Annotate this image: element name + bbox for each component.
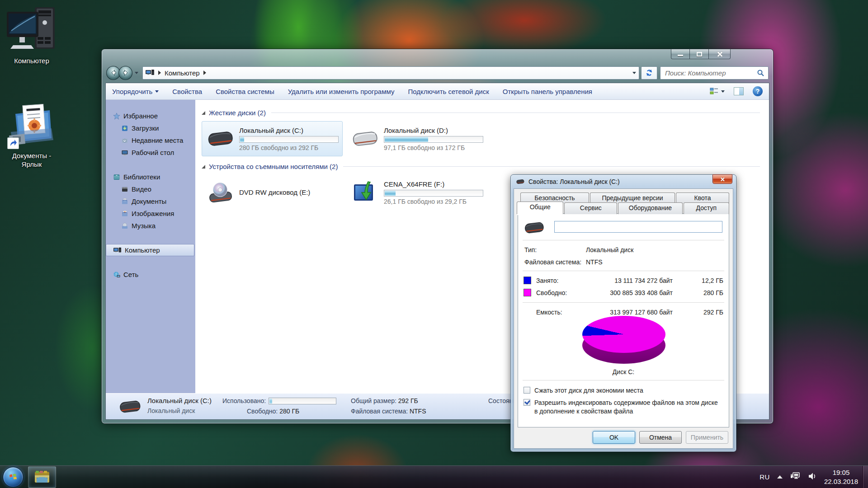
breadcrumb-separator-icon (158, 70, 161, 75)
capacity-label: Емкость: (536, 309, 562, 316)
compress-disk-checkbox[interactable]: Сжать этот диск для экономии места (524, 386, 722, 395)
pie-label: Диск C: (518, 368, 729, 375)
toolbar-properties[interactable]: Свойства (172, 88, 202, 95)
sidebar-item-downloads[interactable]: Загрузки (106, 122, 195, 134)
language-indicator[interactable]: RU (760, 473, 770, 481)
chevron-down-icon (155, 90, 159, 93)
hdd-silver-icon (350, 129, 380, 149)
details-used-label: Использовано: (222, 397, 266, 404)
forward-button[interactable] (118, 66, 132, 80)
documents-icon (121, 198, 128, 205)
details-usage-bar (269, 398, 336, 404)
sidebar-item-pictures[interactable]: Изображения (106, 207, 195, 220)
dialog-title-bar[interactable]: Свойства: Локальный диск (C:) (514, 175, 733, 188)
drive-tile-c[interactable]: Локальный диск (C:) 280 ГБ свободно из 2… (202, 121, 343, 156)
maximize-button[interactable] (690, 49, 709, 59)
show-desktop-button[interactable] (863, 466, 868, 488)
details-free-label: Свободно: (247, 408, 278, 415)
details-drive-name: Локальный диск (C:) (147, 397, 212, 404)
command-bar: Упорядочить Свойства Свойства системы Уд… (106, 83, 769, 100)
disk-usage-pie-chart (580, 316, 667, 366)
drive-tile-f[interactable]: CENA_X64FRE (F:) 26,1 ГБ свободно из 29,… (346, 175, 487, 210)
sidebar-item-network[interactable]: Сеть (106, 268, 195, 281)
sidebar-item-videos[interactable]: Видео (106, 183, 195, 195)
preview-pane-button[interactable] (734, 87, 744, 95)
tab-hardware[interactable]: Оборудование (618, 202, 682, 214)
ok-button[interactable]: OK (593, 431, 635, 444)
tab-quota[interactable]: Квота (676, 192, 729, 203)
volume-label-input[interactable] (554, 221, 722, 233)
tab-general[interactable]: Общие (517, 202, 563, 214)
forward-arrow-icon (122, 69, 130, 77)
hdd-dark-icon (118, 398, 142, 417)
chevron-down-icon (135, 72, 138, 74)
sidebar-item-music[interactable]: Музыка (106, 220, 195, 232)
computer-icon (2, 6, 61, 55)
tab-tools[interactable]: Сервис (564, 202, 617, 214)
drive-name: CENA_X64FRE (F:) (384, 180, 483, 188)
search-box[interactable] (660, 66, 769, 80)
taskbar-explorer-button[interactable] (28, 466, 56, 488)
minimize-button[interactable] (671, 49, 690, 59)
sidebar-item-recent-places[interactable]: Недавние места (106, 134, 195, 146)
taskbar: RU 19:05 22.03.2018 (0, 465, 868, 488)
drive-free-space: 97,1 ГБ свободно из 172 ГБ (384, 144, 483, 151)
minimize-icon (678, 55, 683, 56)
dvd-drive-icon (206, 181, 236, 204)
documents-shortcut-icon (2, 100, 61, 150)
dialog-close-button[interactable] (712, 174, 732, 184)
toolbar-open-control-panel[interactable]: Открыть панель управления (503, 88, 592, 95)
sidebar-item-libraries[interactable]: Библиотеки (106, 171, 195, 183)
allow-indexing-checkbox[interactable]: Разрешить индексировать содержимое файло… (524, 399, 722, 416)
sidebar-item-favorites[interactable]: Избранное (106, 110, 195, 122)
collapse-triangle-icon (202, 111, 205, 115)
drive-free-space: 280 ГБ свободно из 292 ГБ (239, 144, 339, 151)
apply-button[interactable]: Применить (686, 431, 728, 444)
views-button[interactable] (710, 87, 725, 95)
breadcrumb-computer[interactable]: Компьютер (165, 69, 200, 77)
sidebar-item-desktop[interactable]: Рабочий стол (106, 146, 195, 159)
chevron-down-icon (721, 90, 725, 93)
used-label: Занято: (536, 277, 559, 284)
recent-pages-dropdown[interactable] (133, 68, 140, 77)
windows-logo-icon (6, 470, 20, 484)
sidebar-item-documents[interactable]: Документы (106, 195, 195, 207)
drive-usage-bar (239, 136, 339, 143)
group-header-removable[interactable]: Устройства со съемными носителями (2) (202, 163, 764, 170)
tab-sharing[interactable]: Доступ (684, 202, 729, 214)
libraries-icon (113, 174, 120, 181)
toolbar-map-network-drive[interactable]: Подключить сетевой диск (408, 88, 489, 95)
cancel-button[interactable]: Отмена (639, 431, 682, 444)
search-input[interactable] (664, 69, 757, 77)
drive-usage-bar (384, 190, 483, 197)
drive-tile-e[interactable]: DVD RW дисковод (E:) (202, 175, 343, 210)
drive-tile-d[interactable]: Локальный диск (D:) 97,1 ГБ свободно из … (346, 121, 487, 156)
drive-usage-bar (384, 136, 483, 143)
tab-previous-versions[interactable]: Предыдущие версии (590, 192, 675, 203)
refresh-button[interactable] (641, 66, 657, 80)
desktop-icon-label: Компьютер (2, 57, 61, 66)
address-row: Компьютер (105, 65, 769, 83)
downloads-icon (121, 125, 128, 132)
sidebar-item-computer[interactable]: Компьютер (106, 244, 194, 256)
address-bar[interactable]: Компьютер (142, 66, 639, 80)
details-size-label: Общий размер: (351, 397, 396, 404)
network-tray-icon[interactable] (790, 472, 801, 483)
toolbar-organize[interactable]: Упорядочить (112, 88, 159, 95)
tray-expand-icon[interactable] (777, 475, 783, 479)
clock[interactable]: 19:05 22.03.2018 (824, 468, 858, 486)
recent-places-icon (121, 137, 128, 144)
close-button[interactable] (709, 49, 731, 59)
toolbar-system-properties[interactable]: Свойства системы (216, 88, 274, 95)
title-bar[interactable] (105, 49, 769, 65)
desktop-icon-computer[interactable]: Компьютер (2, 6, 61, 66)
start-button[interactable] (3, 467, 24, 488)
help-button[interactable]: ? (753, 86, 763, 96)
desktop-icon-documents-shortcut[interactable]: Документы - Ярлык (2, 100, 61, 169)
group-header-hard-disks[interactable]: Жесткие диски (2) (202, 109, 764, 117)
toolbar-uninstall-program[interactable]: Удалить или изменить программу (288, 88, 395, 95)
breadcrumb-separator-icon (203, 70, 206, 75)
type-value: Локальный диск (586, 246, 633, 253)
volume-tray-icon[interactable] (808, 472, 817, 483)
address-dropdown-icon[interactable] (632, 72, 636, 74)
